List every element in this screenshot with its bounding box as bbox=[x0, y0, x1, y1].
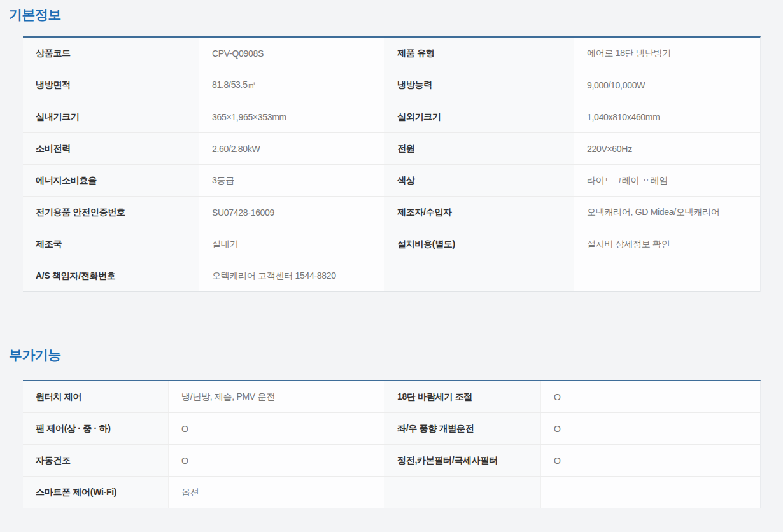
spec-value-empty bbox=[574, 260, 760, 291]
spec-label: 전기용품 안전인증번호 bbox=[23, 197, 199, 228]
feature-label: 자동건조 bbox=[23, 445, 169, 476]
spec-label-empty bbox=[384, 260, 574, 291]
feature-value: O bbox=[169, 445, 384, 476]
table-row: 제조국 실내기 설치비용(별도) 설치비 상세정보 확인 bbox=[23, 228, 760, 260]
feature-label: 정전,카본필터/극세사필터 bbox=[384, 445, 541, 476]
spec-label: A/S 책임자/전화번호 bbox=[23, 260, 199, 291]
feature-value: O bbox=[541, 381, 760, 412]
spec-value: 오텍캐리어 고객센터 1544-8820 bbox=[199, 260, 384, 291]
spec-label: 실외기크기 bbox=[384, 101, 574, 132]
spec-label: 제조국 bbox=[23, 228, 199, 260]
spec-label: 제조자/수입자 bbox=[384, 197, 574, 228]
feature-value: O bbox=[541, 413, 760, 444]
spec-label: 소비전력 bbox=[23, 133, 199, 164]
table-row: 실내기크기 365×1,965×353mm 실외기크기 1,040x810x46… bbox=[23, 101, 760, 133]
spec-value: 에어로 18단 냉난방기 bbox=[574, 38, 760, 69]
spec-label: 냉방능력 bbox=[384, 69, 574, 101]
spec-value: 2.60/2.80kW bbox=[199, 133, 384, 164]
spec-value: 3등급 bbox=[199, 165, 384, 196]
feature-value-empty bbox=[541, 477, 760, 508]
feature-value: O bbox=[169, 413, 384, 444]
product-spec-page: 기본정보 상품코드 CPV-Q0908S 제품 유형 에어로 18단 냉난방기 … bbox=[0, 0, 783, 508]
spec-value: 실내기 bbox=[199, 228, 384, 260]
table-row: 에너지소비효율 3등급 색상 라이트그레이 프레임 bbox=[23, 165, 760, 197]
spec-value: 365×1,965×353mm bbox=[199, 101, 384, 132]
spec-label: 실내기크기 bbox=[23, 101, 199, 132]
spec-value: 오텍캐리어, GD Midea/오텍캐리어 bbox=[574, 197, 760, 228]
table-row: 냉방면적 81.8/53.5㎡ 냉방능력 9,000/10,000W bbox=[23, 69, 760, 101]
spec-label: 전원 bbox=[384, 133, 574, 164]
table-row: A/S 책임자/전화번호 오텍캐리어 고객센터 1544-8820 bbox=[23, 260, 760, 292]
table-row: 상품코드 CPV-Q0908S 제품 유형 에어로 18단 냉난방기 bbox=[23, 38, 760, 69]
feature-label-empty bbox=[384, 477, 541, 508]
basic-info-table: 상품코드 CPV-Q0908S 제품 유형 에어로 18단 냉난방기 냉방면적 … bbox=[23, 36, 761, 292]
spec-value: 220V×60Hz bbox=[574, 133, 760, 164]
feature-label: 스마트폰 제어(Wi-Fi) bbox=[23, 477, 169, 508]
spec-label: 설치비용(별도) bbox=[384, 228, 574, 260]
table-row: 소비전력 2.60/2.80kW 전원 220V×60Hz bbox=[23, 133, 760, 165]
features-section-title: 부가기능 bbox=[9, 346, 783, 365]
spec-value: 81.8/53.5㎡ bbox=[199, 69, 384, 101]
feature-value: 옵션 bbox=[169, 477, 384, 508]
spec-value: 1,040x810x460mm bbox=[574, 101, 760, 132]
spec-value: 9,000/10,000W bbox=[574, 69, 760, 101]
table-row: 원터치 제어 냉/난방, 제습, PMV 운전 18단 바람세기 조절 O bbox=[23, 381, 760, 413]
spec-label: 제품 유형 bbox=[384, 38, 574, 69]
features-table: 원터치 제어 냉/난방, 제습, PMV 운전 18단 바람세기 조절 O 팬 … bbox=[23, 380, 761, 508]
spec-label: 상품코드 bbox=[23, 38, 199, 69]
spec-value: CPV-Q0908S bbox=[199, 38, 384, 69]
feature-value: O bbox=[541, 445, 760, 476]
feature-label: 원터치 제어 bbox=[23, 381, 169, 412]
spec-label: 에너지소비효율 bbox=[23, 165, 199, 196]
table-row: 자동건조 O 정전,카본필터/극세사필터 O bbox=[23, 445, 760, 477]
basic-info-section-title: 기본정보 bbox=[9, 5, 783, 24]
feature-value: 냉/난방, 제습, PMV 운전 bbox=[169, 381, 384, 412]
table-row: 전기용품 안전인증번호 SU07428-16009 제조자/수입자 오텍캐리어,… bbox=[23, 197, 760, 228]
feature-label: 18단 바람세기 조절 bbox=[384, 381, 541, 412]
table-row: 팬 제어(상 · 중 · 하) O 좌/우 풍향 개별운전 O bbox=[23, 413, 760, 445]
feature-label: 팬 제어(상 · 중 · 하) bbox=[23, 413, 169, 444]
spec-value: 라이트그레이 프레임 bbox=[574, 165, 760, 196]
feature-label: 좌/우 풍향 개별운전 bbox=[384, 413, 541, 444]
spec-value: SU07428-16009 bbox=[199, 197, 384, 228]
spec-label: 색상 bbox=[384, 165, 574, 196]
table-row: 스마트폰 제어(Wi-Fi) 옵션 bbox=[23, 477, 760, 508]
spec-label: 냉방면적 bbox=[23, 69, 199, 101]
install-cost-detail-link: 설치비 상세정보 확인 bbox=[574, 228, 760, 260]
